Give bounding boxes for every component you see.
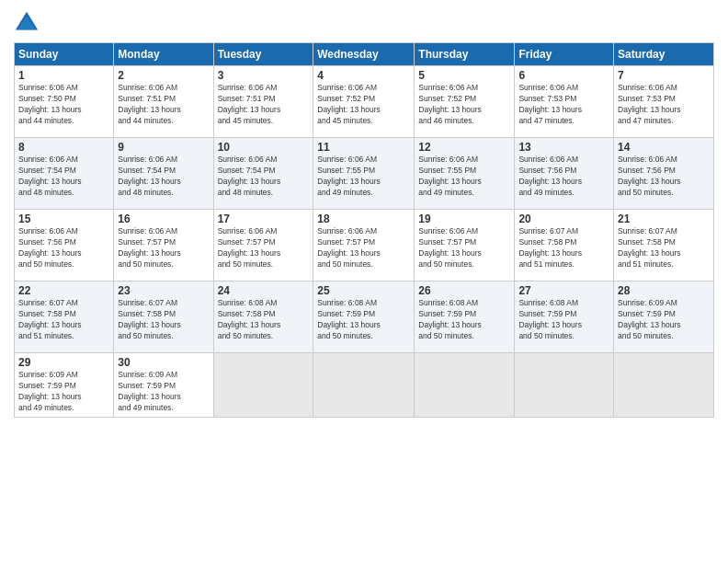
- calendar-cell: 10 Sunrise: 6:06 AM Sunset: 7:54 PM Dayl…: [213, 138, 313, 210]
- day-number: 8: [18, 141, 109, 154]
- day-number: 15: [18, 213, 109, 225]
- calendar-cell: 16 Sunrise: 6:06 AM Sunset: 7:57 PM Dayl…: [114, 210, 213, 282]
- day-number: 21: [618, 213, 710, 225]
- calendar-cell: 8 Sunrise: 6:06 AM Sunset: 7:54 PM Dayli…: [15, 138, 114, 210]
- calendar-cell: 17 Sunrise: 6:06 AM Sunset: 7:57 PM Dayl…: [213, 210, 313, 282]
- day-info: Sunrise: 6:06 AM Sunset: 7:53 PM Dayligh…: [618, 83, 710, 127]
- weekday-header-sunday: Sunday: [15, 43, 114, 66]
- calendar-cell: 9 Sunrise: 6:06 AM Sunset: 7:54 PM Dayli…: [114, 138, 213, 210]
- day-number: 30: [118, 356, 209, 369]
- day-number: 19: [418, 213, 510, 225]
- day-info: Sunrise: 6:06 AM Sunset: 7:53 PM Dayligh…: [518, 83, 609, 127]
- day-number: 18: [317, 213, 410, 225]
- day-info: Sunrise: 6:09 AM Sunset: 7:59 PM Dayligh…: [18, 370, 109, 414]
- calendar-cell: 20 Sunrise: 6:07 AM Sunset: 7:58 PM Dayl…: [515, 210, 614, 282]
- day-info: Sunrise: 6:09 AM Sunset: 7:59 PM Dayligh…: [118, 370, 209, 414]
- day-number: 14: [618, 141, 710, 154]
- day-info: Sunrise: 6:06 AM Sunset: 7:54 PM Dayligh…: [218, 155, 310, 199]
- day-number: 11: [317, 141, 410, 154]
- day-info: Sunrise: 6:06 AM Sunset: 7:51 PM Dayligh…: [118, 83, 209, 127]
- day-info: Sunrise: 6:06 AM Sunset: 7:54 PM Dayligh…: [18, 155, 109, 199]
- calendar-cell: 2 Sunrise: 6:06 AM Sunset: 7:51 PM Dayli…: [114, 66, 213, 138]
- day-info: Sunrise: 6:06 AM Sunset: 7:57 PM Dayligh…: [218, 226, 310, 270]
- logo: [14, 9, 41, 35]
- calendar-cell: 26 Sunrise: 6:08 AM Sunset: 7:59 PM Dayl…: [415, 282, 515, 353]
- day-info: Sunrise: 6:07 AM Sunset: 7:58 PM Dayligh…: [118, 298, 209, 342]
- calendar-cell: 24 Sunrise: 6:08 AM Sunset: 7:58 PM Dayl…: [213, 282, 313, 353]
- day-number: 1: [18, 69, 109, 82]
- weekday-header-monday: Monday: [114, 43, 213, 66]
- day-number: 7: [618, 69, 710, 82]
- weekday-header-tuesday: Tuesday: [213, 43, 313, 66]
- week-row-3: 15 Sunrise: 6:06 AM Sunset: 7:56 PM Dayl…: [15, 210, 714, 282]
- day-number: 17: [218, 213, 310, 225]
- logo-icon: [14, 9, 40, 35]
- day-info: Sunrise: 6:09 AM Sunset: 7:59 PM Dayligh…: [618, 298, 710, 342]
- day-info: Sunrise: 6:06 AM Sunset: 7:50 PM Dayligh…: [18, 83, 109, 127]
- calendar-page: SundayMondayTuesdayWednesdayThursdayFrid…: [0, 0, 728, 563]
- day-number: 29: [18, 356, 109, 369]
- day-info: Sunrise: 6:08 AM Sunset: 7:58 PM Dayligh…: [218, 298, 310, 342]
- day-number: 24: [218, 284, 310, 297]
- day-info: Sunrise: 6:06 AM Sunset: 7:55 PM Dayligh…: [418, 155, 510, 199]
- day-number: 23: [118, 284, 209, 297]
- day-info: Sunrise: 6:07 AM Sunset: 7:58 PM Dayligh…: [618, 226, 710, 270]
- week-row-1: 1 Sunrise: 6:06 AM Sunset: 7:50 PM Dayli…: [15, 66, 714, 138]
- day-info: Sunrise: 6:06 AM Sunset: 7:52 PM Dayligh…: [418, 83, 510, 127]
- weekday-header-thursday: Thursday: [415, 43, 515, 66]
- day-info: Sunrise: 6:06 AM Sunset: 7:51 PM Dayligh…: [218, 83, 310, 127]
- day-info: Sunrise: 6:06 AM Sunset: 7:56 PM Dayligh…: [618, 155, 710, 199]
- calendar-cell: 14 Sunrise: 6:06 AM Sunset: 7:56 PM Dayl…: [614, 138, 714, 210]
- day-number: 9: [118, 141, 209, 154]
- day-info: Sunrise: 6:06 AM Sunset: 7:57 PM Dayligh…: [317, 226, 410, 270]
- day-number: 27: [518, 284, 609, 297]
- calendar-cell: 19 Sunrise: 6:06 AM Sunset: 7:57 PM Dayl…: [415, 210, 515, 282]
- calendar-cell: 28 Sunrise: 6:09 AM Sunset: 7:59 PM Dayl…: [614, 282, 714, 353]
- day-info: Sunrise: 6:06 AM Sunset: 7:52 PM Dayligh…: [317, 83, 410, 127]
- day-number: 26: [418, 284, 510, 297]
- day-info: Sunrise: 6:06 AM Sunset: 7:54 PM Dayligh…: [118, 155, 209, 199]
- calendar-cell: 13 Sunrise: 6:06 AM Sunset: 7:56 PM Dayl…: [515, 138, 614, 210]
- day-info: Sunrise: 6:06 AM Sunset: 7:57 PM Dayligh…: [418, 226, 510, 270]
- day-info: Sunrise: 6:07 AM Sunset: 7:58 PM Dayligh…: [518, 226, 609, 270]
- day-number: 28: [618, 284, 710, 297]
- calendar-table: SundayMondayTuesdayWednesdayThursdayFrid…: [14, 42, 714, 418]
- calendar-cell: 29 Sunrise: 6:09 AM Sunset: 7:59 PM Dayl…: [15, 353, 114, 418]
- week-row-5: 29 Sunrise: 6:09 AM Sunset: 7:59 PM Dayl…: [15, 353, 714, 418]
- calendar-cell: [415, 353, 515, 418]
- weekday-header-friday: Friday: [515, 43, 614, 66]
- calendar-cell: [515, 353, 614, 418]
- day-number: 12: [418, 141, 510, 154]
- calendar-cell: 1 Sunrise: 6:06 AM Sunset: 7:50 PM Dayli…: [15, 66, 114, 138]
- day-info: Sunrise: 6:06 AM Sunset: 7:56 PM Dayligh…: [18, 226, 109, 270]
- day-number: 6: [518, 69, 609, 82]
- calendar-cell: 30 Sunrise: 6:09 AM Sunset: 7:59 PM Dayl…: [114, 353, 213, 418]
- calendar-cell: 21 Sunrise: 6:07 AM Sunset: 7:58 PM Dayl…: [614, 210, 714, 282]
- day-number: 20: [518, 213, 609, 225]
- day-info: Sunrise: 6:08 AM Sunset: 7:59 PM Dayligh…: [418, 298, 510, 342]
- day-info: Sunrise: 6:08 AM Sunset: 7:59 PM Dayligh…: [518, 298, 609, 342]
- day-info: Sunrise: 6:06 AM Sunset: 7:55 PM Dayligh…: [317, 155, 410, 199]
- calendar-cell: 23 Sunrise: 6:07 AM Sunset: 7:58 PM Dayl…: [114, 282, 213, 353]
- day-info: Sunrise: 6:07 AM Sunset: 7:58 PM Dayligh…: [18, 298, 109, 342]
- calendar-cell: 18 Sunrise: 6:06 AM Sunset: 7:57 PM Dayl…: [313, 210, 415, 282]
- calendar-cell: 25 Sunrise: 6:08 AM Sunset: 7:59 PM Dayl…: [313, 282, 415, 353]
- day-info: Sunrise: 6:08 AM Sunset: 7:59 PM Dayligh…: [317, 298, 410, 342]
- day-number: 25: [317, 284, 410, 297]
- calendar-cell: 4 Sunrise: 6:06 AM Sunset: 7:52 PM Dayli…: [313, 66, 415, 138]
- day-number: 16: [118, 213, 209, 225]
- calendar-cell: 6 Sunrise: 6:06 AM Sunset: 7:53 PM Dayli…: [515, 66, 614, 138]
- calendar-cell: [313, 353, 415, 418]
- day-number: 2: [118, 69, 209, 82]
- day-number: 5: [418, 69, 510, 82]
- calendar-cell: 12 Sunrise: 6:06 AM Sunset: 7:55 PM Dayl…: [415, 138, 515, 210]
- calendar-cell: 15 Sunrise: 6:06 AM Sunset: 7:56 PM Dayl…: [15, 210, 114, 282]
- day-info: Sunrise: 6:06 AM Sunset: 7:57 PM Dayligh…: [118, 226, 209, 270]
- day-number: 3: [218, 69, 310, 82]
- calendar-cell: 11 Sunrise: 6:06 AM Sunset: 7:55 PM Dayl…: [313, 138, 415, 210]
- day-number: 13: [518, 141, 609, 154]
- calendar-cell: 3 Sunrise: 6:06 AM Sunset: 7:51 PM Dayli…: [213, 66, 313, 138]
- calendar-cell: [614, 353, 714, 418]
- calendar-cell: 27 Sunrise: 6:08 AM Sunset: 7:59 PM Dayl…: [515, 282, 614, 353]
- weekday-header-saturday: Saturday: [614, 43, 714, 66]
